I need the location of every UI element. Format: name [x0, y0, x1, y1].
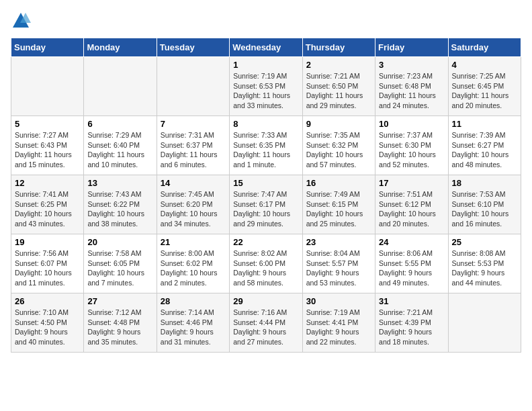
day-number: 17	[379, 178, 444, 188]
calendar-cell	[11, 57, 84, 116]
day-info: Sunrise: 7:39 AM Sunset: 6:27 PM Dayligh…	[452, 130, 517, 170]
calendar-cell: 14Sunrise: 7:45 AM Sunset: 6:20 PM Dayli…	[157, 175, 229, 234]
day-number: 28	[161, 296, 226, 306]
calendar-cell: 19Sunrise: 7:56 AM Sunset: 6:07 PM Dayli…	[11, 234, 84, 293]
day-info: Sunrise: 7:56 AM Sunset: 6:07 PM Dayligh…	[15, 248, 80, 288]
day-info: Sunrise: 7:27 AM Sunset: 6:43 PM Dayligh…	[15, 130, 80, 170]
day-info: Sunrise: 8:04 AM Sunset: 5:57 PM Dayligh…	[306, 248, 371, 288]
calendar-cell: 13Sunrise: 7:43 AM Sunset: 6:22 PM Dayli…	[84, 175, 157, 234]
calendar-week-row: 19Sunrise: 7:56 AM Sunset: 6:07 PM Dayli…	[11, 234, 521, 293]
calendar-cell: 16Sunrise: 7:49 AM Sunset: 6:15 PM Dayli…	[302, 175, 375, 234]
day-number: 22	[233, 237, 298, 247]
logo-icon	[11, 11, 31, 31]
calendar-cell: 3Sunrise: 7:23 AM Sunset: 6:48 PM Daylig…	[375, 57, 448, 116]
day-info: Sunrise: 7:19 AM Sunset: 4:41 PM Dayligh…	[306, 308, 371, 347]
calendar-cell: 26Sunrise: 7:10 AM Sunset: 4:50 PM Dayli…	[11, 293, 84, 353]
day-header-saturday: Saturday	[448, 38, 521, 57]
calendar-week-row: 5Sunrise: 7:27 AM Sunset: 6:43 PM Daylig…	[11, 116, 521, 175]
calendar-cell: 30Sunrise: 7:19 AM Sunset: 4:41 PM Dayli…	[302, 293, 375, 353]
calendar-cell: 15Sunrise: 7:47 AM Sunset: 6:17 PM Dayli…	[230, 175, 302, 234]
calendar-cell: 4Sunrise: 7:25 AM Sunset: 6:45 PM Daylig…	[448, 57, 521, 116]
day-number: 21	[161, 237, 226, 247]
day-number: 9	[306, 119, 371, 129]
calendar-cell: 25Sunrise: 8:08 AM Sunset: 5:53 PM Dayli…	[448, 234, 521, 293]
day-info: Sunrise: 8:00 AM Sunset: 6:02 PM Dayligh…	[161, 248, 226, 288]
day-number: 31	[379, 296, 444, 306]
day-info: Sunrise: 7:41 AM Sunset: 6:25 PM Dayligh…	[15, 189, 80, 229]
calendar-week-row: 26Sunrise: 7:10 AM Sunset: 4:50 PM Dayli…	[11, 293, 521, 353]
day-header-wednesday: Wednesday	[230, 38, 302, 57]
day-number: 27	[87, 296, 152, 306]
day-number: 10	[379, 119, 444, 129]
day-info: Sunrise: 7:47 AM Sunset: 6:17 PM Dayligh…	[233, 189, 298, 229]
day-number: 24	[379, 237, 444, 247]
day-number: 15	[233, 178, 298, 188]
day-info: Sunrise: 7:12 AM Sunset: 4:48 PM Dayligh…	[87, 308, 152, 347]
calendar-cell: 5Sunrise: 7:27 AM Sunset: 6:43 PM Daylig…	[11, 116, 84, 175]
calendar-cell: 6Sunrise: 7:29 AM Sunset: 6:40 PM Daylig…	[84, 116, 157, 175]
calendar-cell: 24Sunrise: 8:06 AM Sunset: 5:55 PM Dayli…	[375, 234, 448, 293]
page-header	[11, 11, 521, 31]
calendar-cell	[84, 57, 157, 116]
calendar-cell: 22Sunrise: 8:02 AM Sunset: 6:00 PM Dayli…	[230, 234, 302, 293]
logo	[11, 11, 34, 31]
calendar-cell	[448, 293, 521, 353]
day-number: 26	[15, 296, 80, 306]
day-info: Sunrise: 7:35 AM Sunset: 6:32 PM Dayligh…	[306, 130, 371, 170]
day-number: 20	[87, 237, 152, 247]
calendar-cell: 20Sunrise: 7:58 AM Sunset: 6:05 PM Dayli…	[84, 234, 157, 293]
day-number: 1	[233, 60, 298, 70]
calendar-week-row: 12Sunrise: 7:41 AM Sunset: 6:25 PM Dayli…	[11, 175, 521, 234]
day-number: 7	[161, 119, 226, 129]
calendar-cell: 9Sunrise: 7:35 AM Sunset: 6:32 PM Daylig…	[302, 116, 375, 175]
day-number: 18	[452, 178, 517, 188]
calendar-table: SundayMondayTuesdayWednesdayThursdayFrid…	[11, 38, 521, 353]
day-info: Sunrise: 7:29 AM Sunset: 6:40 PM Dayligh…	[87, 130, 152, 170]
day-number: 5	[15, 119, 80, 129]
day-number: 29	[233, 296, 298, 306]
day-info: Sunrise: 7:14 AM Sunset: 4:46 PM Dayligh…	[161, 308, 226, 347]
calendar-cell	[157, 57, 229, 116]
day-info: Sunrise: 7:43 AM Sunset: 6:22 PM Dayligh…	[87, 189, 152, 229]
day-info: Sunrise: 7:58 AM Sunset: 6:05 PM Dayligh…	[87, 248, 152, 288]
day-header-tuesday: Tuesday	[157, 38, 229, 57]
day-info: Sunrise: 8:08 AM Sunset: 5:53 PM Dayligh…	[452, 248, 517, 288]
day-number: 8	[233, 119, 298, 129]
day-info: Sunrise: 8:06 AM Sunset: 5:55 PM Dayligh…	[379, 248, 444, 288]
day-number: 19	[15, 237, 80, 247]
day-number: 13	[87, 178, 152, 188]
calendar-cell: 21Sunrise: 8:00 AM Sunset: 6:02 PM Dayli…	[157, 234, 229, 293]
calendar-cell: 18Sunrise: 7:53 AM Sunset: 6:10 PM Dayli…	[448, 175, 521, 234]
calendar-cell: 10Sunrise: 7:37 AM Sunset: 6:30 PM Dayli…	[375, 116, 448, 175]
day-info: Sunrise: 8:02 AM Sunset: 6:00 PM Dayligh…	[233, 248, 298, 288]
day-header-thursday: Thursday	[302, 38, 375, 57]
calendar-cell: 31Sunrise: 7:21 AM Sunset: 4:39 PM Dayli…	[375, 293, 448, 353]
day-info: Sunrise: 7:25 AM Sunset: 6:45 PM Dayligh…	[452, 71, 517, 111]
calendar-cell: 23Sunrise: 8:04 AM Sunset: 5:57 PM Dayli…	[302, 234, 375, 293]
day-header-sunday: Sunday	[11, 38, 84, 57]
day-number: 12	[15, 178, 80, 188]
day-header-friday: Friday	[375, 38, 448, 57]
day-info: Sunrise: 7:10 AM Sunset: 4:50 PM Dayligh…	[15, 308, 80, 347]
day-info: Sunrise: 7:16 AM Sunset: 4:44 PM Dayligh…	[233, 308, 298, 347]
calendar-cell: 29Sunrise: 7:16 AM Sunset: 4:44 PM Dayli…	[230, 293, 302, 353]
calendar-cell: 17Sunrise: 7:51 AM Sunset: 6:12 PM Dayli…	[375, 175, 448, 234]
day-number: 30	[306, 296, 371, 306]
day-number: 14	[161, 178, 226, 188]
day-number: 4	[452, 60, 517, 70]
day-number: 2	[306, 60, 371, 70]
day-number: 6	[87, 119, 152, 129]
day-info: Sunrise: 7:19 AM Sunset: 6:53 PM Dayligh…	[233, 71, 298, 111]
day-number: 25	[452, 237, 517, 247]
calendar-cell: 7Sunrise: 7:31 AM Sunset: 6:37 PM Daylig…	[157, 116, 229, 175]
calendar-cell: 1Sunrise: 7:19 AM Sunset: 6:53 PM Daylig…	[230, 57, 302, 116]
day-info: Sunrise: 7:53 AM Sunset: 6:10 PM Dayligh…	[452, 189, 517, 229]
day-number: 3	[379, 60, 444, 70]
day-info: Sunrise: 7:23 AM Sunset: 6:48 PM Dayligh…	[379, 71, 444, 111]
day-number: 16	[306, 178, 371, 188]
day-info: Sunrise: 7:37 AM Sunset: 6:30 PM Dayligh…	[379, 130, 444, 170]
day-info: Sunrise: 7:49 AM Sunset: 6:15 PM Dayligh…	[306, 189, 371, 229]
day-info: Sunrise: 7:51 AM Sunset: 6:12 PM Dayligh…	[379, 189, 444, 229]
calendar-header-row: SundayMondayTuesdayWednesdayThursdayFrid…	[11, 38, 521, 57]
day-info: Sunrise: 7:33 AM Sunset: 6:35 PM Dayligh…	[233, 130, 298, 170]
